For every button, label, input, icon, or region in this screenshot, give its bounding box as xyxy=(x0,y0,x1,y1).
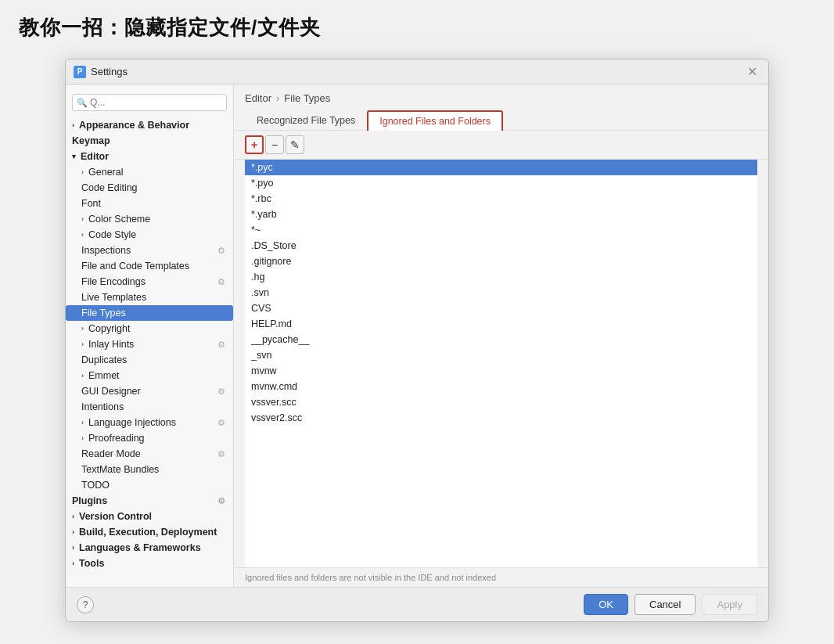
sidebar-item-code-editing[interactable]: Code Editing xyxy=(66,180,233,196)
dialog-footer: ? OK Cancel Apply xyxy=(66,587,768,621)
sidebar-item-live-templates[interactable]: Live Templates xyxy=(66,290,233,305)
list-item[interactable]: CVS xyxy=(245,300,757,316)
list-item[interactable]: *.yarb xyxy=(245,207,757,222)
sidebar-item-keymap[interactable]: Keymap xyxy=(66,133,233,149)
chevron-icon: › xyxy=(81,168,84,176)
sidebar-item-copyright[interactable]: ›Copyright xyxy=(66,321,233,336)
sidebar-item-langs-frameworks[interactable]: ›Languages & Frameworks xyxy=(66,540,233,556)
close-icon[interactable]: ✕ xyxy=(744,64,760,79)
sidebar-item-plugins[interactable]: Plugins⚙ xyxy=(66,493,233,509)
chevron-icon: › xyxy=(72,528,74,536)
content-panel: Editor › File Types Recognized File Type… xyxy=(234,85,768,587)
dialog-icon: P xyxy=(74,66,86,78)
apply-button[interactable]: Apply xyxy=(702,594,757,615)
sidebar-item-proofreading[interactable]: ›Proofreading xyxy=(66,430,233,446)
sidebar-item-label: Build, Execution, Deployment xyxy=(79,527,217,538)
tabs-row: Recognized File TypesIgnored Files and F… xyxy=(234,104,768,131)
list-item[interactable]: *.pyo xyxy=(245,175,757,191)
list-item[interactable]: .hg xyxy=(245,269,757,285)
edit-button[interactable]: ✎ xyxy=(286,135,304,154)
sidebar-item-version-control[interactable]: ›Version Control xyxy=(66,509,233,524)
help-button[interactable]: ? xyxy=(77,596,94,613)
sidebar-item-editor[interactable]: ▾Editor xyxy=(66,149,233,164)
dialog-title: Settings xyxy=(91,66,744,77)
page-title: 教你一招：隐藏指定文件/文件夹 xyxy=(0,0,834,51)
sidebar-item-file-code-templates[interactable]: File and Code Templates xyxy=(66,258,233,274)
sidebar-item-inlay-hints[interactable]: ›Inlay Hints⚙ xyxy=(66,336,233,352)
sidebar-item-textmate-bundles[interactable]: TextMate Bundles xyxy=(66,462,233,477)
sidebar-item-inspections[interactable]: Inspections⚙ xyxy=(66,243,233,258)
list-item[interactable]: *.pyc xyxy=(245,160,757,175)
sidebar-item-general[interactable]: ›General xyxy=(66,164,233,180)
sidebar-item-label: Duplicates xyxy=(81,354,127,365)
sidebar-item-label: Inspections xyxy=(81,245,131,256)
sidebar-item-language-injections[interactable]: ›Language Injections⚙ xyxy=(66,415,233,430)
sidebar-item-intentions[interactable]: Intentions xyxy=(66,399,233,415)
remove-button[interactable]: − xyxy=(265,135,284,154)
sidebar-item-label: Code Editing xyxy=(81,182,138,193)
sidebar-item-label: Version Control xyxy=(79,511,152,522)
sidebar: 🔍 ›Appearance & BehaviorKeymap▾Editor›Ge… xyxy=(66,85,234,587)
list-item[interactable]: *.rbc xyxy=(245,191,757,207)
sidebar-item-tools[interactable]: ›Tools xyxy=(66,556,233,571)
sidebar-item-label: TODO xyxy=(81,480,110,491)
tab-ignored[interactable]: Ignored Files and Folders xyxy=(367,110,503,131)
toolbar: + − ✎ xyxy=(234,131,768,160)
search-input[interactable] xyxy=(72,94,227,111)
chevron-icon: › xyxy=(81,372,84,380)
add-button[interactable]: + xyxy=(245,135,264,154)
list-item[interactable]: mvnw xyxy=(245,363,757,379)
list-item[interactable]: vssver.scc xyxy=(245,394,757,410)
sidebar-item-appearance[interactable]: ›Appearance & Behavior xyxy=(66,117,233,133)
chevron-icon: › xyxy=(72,559,74,567)
chevron-icon: › xyxy=(72,121,74,129)
sidebar-item-todo[interactable]: TODO xyxy=(66,477,233,493)
sidebar-item-label: Reader Mode xyxy=(81,448,141,459)
sidebar-item-label: General xyxy=(88,167,123,178)
sidebar-item-file-encodings[interactable]: File Encodings⚙ xyxy=(66,274,233,290)
gear-icon: ⚙ xyxy=(217,449,225,459)
chevron-icon: › xyxy=(81,215,84,223)
gear-icon: ⚙ xyxy=(217,277,225,287)
sidebar-item-label: Intentions xyxy=(81,401,124,412)
sidebar-item-label: GUI Designer xyxy=(81,386,141,397)
gear-icon: ⚙ xyxy=(217,387,225,397)
list-item[interactable]: *~ xyxy=(245,222,757,238)
sidebar-item-label: File Types xyxy=(81,308,126,318)
chevron-icon: › xyxy=(81,434,84,442)
list-item[interactable]: _svn xyxy=(245,347,757,363)
sidebar-item-code-style[interactable]: ›Code Style xyxy=(66,227,233,243)
list-item[interactable]: HELP.md xyxy=(245,316,757,332)
sidebar-item-reader-mode[interactable]: Reader Mode⚙ xyxy=(66,446,233,462)
sidebar-item-label: Copyright xyxy=(88,323,131,334)
sidebar-item-label: Keymap xyxy=(72,135,110,146)
sidebar-item-emmet[interactable]: ›Emmet xyxy=(66,368,233,383)
sidebar-item-label: Appearance & Behavior xyxy=(79,120,189,131)
list-item[interactable]: mvnw.cmd xyxy=(245,379,757,394)
sidebar-item-build-exec[interactable]: ›Build, Execution, Deployment xyxy=(66,524,233,540)
gear-icon: ⚙ xyxy=(217,246,225,256)
ok-button[interactable]: OK xyxy=(584,594,628,615)
sidebar-item-label: Languages & Frameworks xyxy=(79,542,201,553)
sidebar-item-duplicates[interactable]: Duplicates xyxy=(66,352,233,368)
list-item[interactable]: .gitignore xyxy=(245,254,757,269)
breadcrumb-arrow-icon: › xyxy=(276,92,279,104)
tab-recognized[interactable]: Recognized File Types xyxy=(245,110,367,130)
list-item[interactable]: __pycache__ xyxy=(245,332,757,347)
sidebar-item-font[interactable]: Font xyxy=(66,196,233,211)
list-item[interactable]: .DS_Store xyxy=(245,238,757,254)
sidebar-item-label: Editor xyxy=(81,151,109,162)
chevron-icon: › xyxy=(81,325,84,333)
sidebar-item-color-scheme[interactable]: ›Color Scheme xyxy=(66,211,233,227)
list-item[interactable]: .svn xyxy=(245,285,757,300)
sidebar-item-file-types[interactable]: File Types xyxy=(66,305,233,321)
settings-dialog: P Settings ✕ 🔍 ›Appearance & BehaviorKey… xyxy=(65,59,769,622)
gear-icon: ⚙ xyxy=(217,340,225,350)
gear-icon: ⚙ xyxy=(217,496,225,506)
sidebar-item-gui-designer[interactable]: GUI Designer⚙ xyxy=(66,383,233,399)
cancel-button[interactable]: Cancel xyxy=(634,594,696,615)
status-bar: Ignored files and folders are not visibl… xyxy=(234,567,768,587)
sidebar-item-label: File Encodings xyxy=(81,276,146,287)
list-item[interactable]: vssver2.scc xyxy=(245,410,757,426)
chevron-icon: › xyxy=(72,513,74,520)
